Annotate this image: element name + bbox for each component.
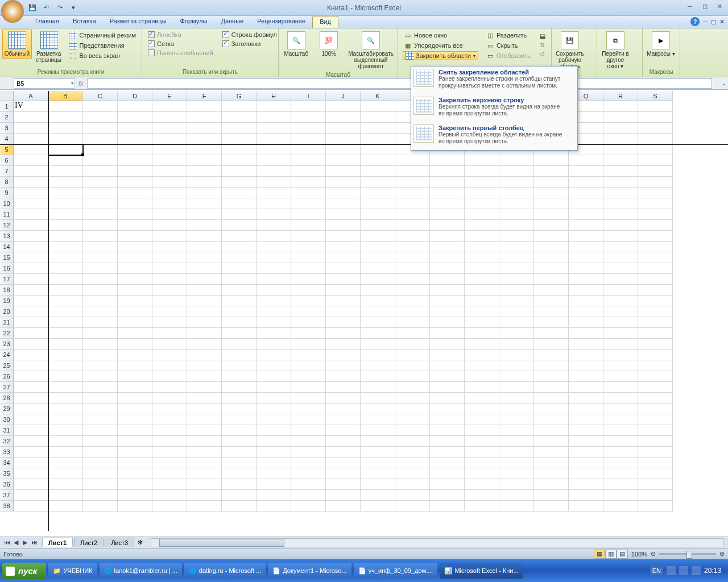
cell[interactable] xyxy=(152,188,187,198)
cell[interactable] xyxy=(603,360,638,371)
cell[interactable] xyxy=(603,263,638,274)
row-header[interactable]: 27 xyxy=(0,382,14,393)
cell[interactable] xyxy=(257,101,291,112)
cell[interactable] xyxy=(187,360,222,371)
cell[interactable] xyxy=(499,339,534,350)
cell[interactable] xyxy=(222,263,257,274)
cell[interactable] xyxy=(257,209,291,220)
cell[interactable] xyxy=(569,285,603,296)
cell[interactable] xyxy=(291,436,326,447)
cell[interactable] xyxy=(152,296,187,306)
cell[interactable] xyxy=(603,328,638,339)
cell[interactable] xyxy=(361,501,395,512)
cell[interactable] xyxy=(361,263,395,274)
cell[interactable] xyxy=(257,360,291,371)
headings-checkbox[interactable]: Заголовки xyxy=(221,40,278,48)
cell[interactable] xyxy=(395,285,430,296)
cell[interactable] xyxy=(638,479,673,490)
cell[interactable] xyxy=(603,231,638,242)
gridlines-checkbox[interactable]: Сетка xyxy=(147,40,214,48)
cell[interactable] xyxy=(291,123,326,134)
cell[interactable] xyxy=(465,479,499,490)
cell[interactable] xyxy=(534,404,569,414)
cell[interactable] xyxy=(638,220,673,231)
cell[interactable] xyxy=(48,350,83,360)
cell[interactable] xyxy=(118,252,152,263)
cell[interactable] xyxy=(534,458,569,468)
cell[interactable] xyxy=(257,155,291,166)
cell[interactable] xyxy=(14,393,48,404)
cell[interactable] xyxy=(395,188,430,198)
cell[interactable] xyxy=(534,274,569,285)
cell[interactable] xyxy=(638,339,673,350)
cell[interactable] xyxy=(465,155,499,166)
tray-icon[interactable] xyxy=(692,566,701,575)
cell[interactable]: IV xyxy=(14,101,48,112)
row-header[interactable]: 33 xyxy=(0,447,14,458)
cell[interactable] xyxy=(603,317,638,328)
cell[interactable] xyxy=(361,393,395,404)
cell[interactable] xyxy=(291,339,326,350)
unfreeze-panes-item[interactable]: Снять закрепление областей Ранее закрепл… xyxy=(411,66,577,94)
cell[interactable] xyxy=(326,296,361,306)
help-icon[interactable]: ? xyxy=(690,17,700,26)
cell[interactable] xyxy=(638,188,673,198)
cell[interactable] xyxy=(187,468,222,479)
cell[interactable] xyxy=(638,144,673,155)
cell[interactable] xyxy=(83,252,118,263)
cell[interactable] xyxy=(291,231,326,242)
cell[interactable] xyxy=(118,285,152,296)
minimize-button[interactable]: ─ xyxy=(684,2,696,11)
cell[interactable] xyxy=(257,306,291,317)
cell[interactable] xyxy=(187,123,222,134)
cell[interactable] xyxy=(499,220,534,231)
cell[interactable] xyxy=(430,220,465,231)
cell[interactable] xyxy=(465,220,499,231)
cell[interactable] xyxy=(83,360,118,371)
cell[interactable] xyxy=(257,382,291,393)
tab-view[interactable]: Вид xyxy=(312,16,338,28)
cell[interactable] xyxy=(499,198,534,209)
row-header[interactable]: 8 xyxy=(0,177,14,188)
cell[interactable] xyxy=(499,360,534,371)
cell[interactable] xyxy=(222,350,257,360)
cell[interactable] xyxy=(187,328,222,339)
column-header[interactable]: F xyxy=(187,91,222,101)
cell[interactable] xyxy=(222,393,257,404)
cell[interactable] xyxy=(465,263,499,274)
cell[interactable] xyxy=(395,242,430,252)
cell[interactable] xyxy=(465,436,499,447)
cell[interactable] xyxy=(257,479,291,490)
column-header[interactable]: R xyxy=(603,91,638,101)
row-header[interactable]: 13 xyxy=(0,231,14,242)
cell[interactable] xyxy=(534,317,569,328)
cell[interactable] xyxy=(638,425,673,436)
cell[interactable] xyxy=(83,198,118,209)
cell[interactable] xyxy=(257,447,291,458)
row-header[interactable]: 2 xyxy=(0,112,14,123)
cell[interactable] xyxy=(499,285,534,296)
cell[interactable] xyxy=(499,188,534,198)
cell[interactable] xyxy=(569,350,603,360)
side-by-side-icon[interactable]: ⬓ xyxy=(539,32,547,40)
cell[interactable] xyxy=(48,177,83,188)
row-header[interactable]: 25 xyxy=(0,360,14,371)
column-header[interactable]: H xyxy=(257,91,291,101)
cell[interactable] xyxy=(152,144,187,155)
cell[interactable] xyxy=(430,458,465,468)
cell[interactable] xyxy=(118,231,152,242)
cell[interactable] xyxy=(152,177,187,188)
cell[interactable] xyxy=(465,339,499,350)
tray-icon[interactable] xyxy=(667,566,676,575)
cell[interactable] xyxy=(569,252,603,263)
cell[interactable] xyxy=(222,296,257,306)
cell[interactable] xyxy=(638,155,673,166)
taskbar-item-active[interactable]: 📊Microsoft Excel - Кни... xyxy=(440,563,523,579)
cell[interactable] xyxy=(83,155,118,166)
cell[interactable] xyxy=(361,166,395,177)
cell[interactable] xyxy=(48,123,83,134)
cell[interactable] xyxy=(118,425,152,436)
cell[interactable] xyxy=(395,479,430,490)
cell[interactable] xyxy=(83,112,118,123)
save-workspace-button[interactable]: 💾 Сохранить рабочую область xyxy=(554,30,586,71)
